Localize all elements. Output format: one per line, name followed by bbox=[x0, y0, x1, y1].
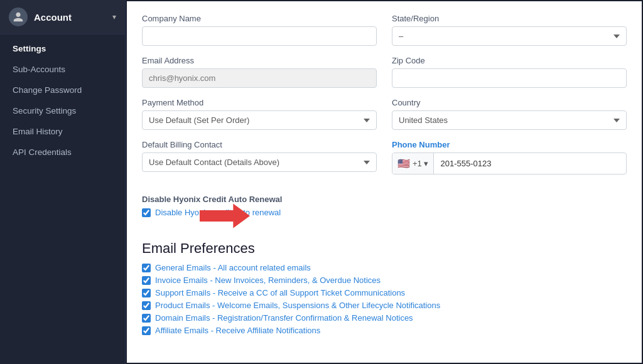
main-wrapper: Company Name State/Region – Email Addres… bbox=[126, 0, 643, 364]
company-name-group: Company Name bbox=[142, 14, 377, 46]
email-pref-product-checkbox[interactable] bbox=[142, 301, 151, 310]
default-billing-select[interactable]: Use Default Contact (Details Above) bbox=[142, 153, 377, 172]
sidebar-nav: Settings Sub-Accounts Change Password Se… bbox=[0, 35, 125, 166]
email-pref-product-row: Product Emails - Welcome Emails, Suspens… bbox=[142, 301, 627, 310]
auto-renewal-checkbox[interactable] bbox=[142, 208, 151, 217]
default-billing-label: Default Billing Contact bbox=[142, 140, 377, 149]
email-preferences-section: Email Preferences General Emails - All a… bbox=[142, 240, 627, 338]
state-region-group: State/Region – bbox=[392, 14, 627, 46]
email-pref-affiliate-checkbox[interactable] bbox=[142, 326, 151, 335]
sidebar-account-title: Account bbox=[34, 12, 106, 23]
phone-number-input[interactable] bbox=[434, 154, 626, 173]
country-group: Country United States bbox=[392, 98, 627, 130]
email-pref-domain-row: Domain Emails - Registration/Transfer Co… bbox=[142, 313, 627, 323]
default-billing-group: Default Billing Contact Use Default Cont… bbox=[142, 140, 377, 174]
auto-renewal-section-title: Disable Hyonix Credit Auto Renewal bbox=[142, 195, 627, 204]
auto-renewal-checkbox-row: Disable Hyonix credit auto renewal bbox=[142, 208, 627, 217]
company-name-input[interactable] bbox=[142, 26, 377, 46]
email-pref-product-label[interactable]: Product Emails - Welcome Emails, Suspens… bbox=[155, 301, 440, 310]
sidebar-header[interactable]: Account ▾ bbox=[0, 0, 125, 35]
flag-emoji: 🇺🇸 bbox=[397, 158, 410, 169]
email-pref-general-label[interactable]: General Emails - All account related ema… bbox=[155, 263, 311, 272]
zip-code-input[interactable] bbox=[392, 68, 627, 88]
sidebar-item-change-password[interactable]: Change Password bbox=[0, 80, 125, 100]
sidebar-item-sub-accounts[interactable]: Sub-Accounts bbox=[0, 59, 125, 80]
email-pref-support-row: Support Emails - Receive a CC of all Sup… bbox=[142, 288, 627, 297]
sidebar: Account ▾ Settings Sub-Accounts Change P… bbox=[0, 0, 126, 364]
sidebar-item-security-settings[interactable]: Security Settings bbox=[0, 100, 125, 121]
email-preferences-title: Email Preferences bbox=[142, 240, 627, 257]
zip-code-group: Zip Code bbox=[392, 56, 627, 88]
avatar bbox=[9, 8, 28, 26]
company-name-label: Company Name bbox=[142, 14, 377, 23]
state-region-select[interactable]: – bbox=[392, 26, 627, 46]
email-pref-general-checkbox[interactable] bbox=[142, 264, 151, 272]
email-pref-support-label[interactable]: Support Emails - Receive a CC of all Sup… bbox=[155, 288, 405, 297]
sidebar-item-email-history[interactable]: Email History bbox=[0, 121, 125, 142]
zip-code-label: Zip Code bbox=[392, 56, 627, 65]
email-pref-invoice-checkbox[interactable] bbox=[142, 276, 151, 285]
payment-method-group: Payment Method Use Default (Set Per Orde… bbox=[142, 98, 377, 130]
email-pref-support-checkbox[interactable] bbox=[142, 289, 151, 297]
form-grid: Company Name State/Region – Email Addres… bbox=[142, 14, 627, 338]
payment-method-label: Payment Method bbox=[142, 98, 377, 107]
email-address-label: Email Address bbox=[142, 56, 377, 65]
email-pref-affiliate-row: Affiliate Emails - Receive Affiliate Not… bbox=[142, 326, 627, 335]
chevron-down-icon: ▾ bbox=[112, 13, 116, 21]
email-pref-affiliate-label[interactable]: Affiliate Emails - Receive Affiliate Not… bbox=[155, 326, 320, 335]
auto-renewal-section: Disable Hyonix Credit Auto Renewal Disab… bbox=[142, 195, 627, 220]
phone-input-wrapper: 🇺🇸 +1 ▾ bbox=[392, 153, 627, 174]
sidebar-item-api-credentials[interactable]: API Credentials bbox=[0, 142, 125, 163]
phone-code: +1 ▾ bbox=[413, 159, 428, 168]
country-select[interactable]: United States bbox=[392, 110, 627, 130]
email-address-input[interactable] bbox=[142, 68, 377, 88]
country-label: Country bbox=[392, 98, 627, 107]
email-pref-invoice-row: Invoice Emails - New Invoices, Reminders… bbox=[142, 276, 627, 285]
email-pref-domain-checkbox[interactable] bbox=[142, 314, 151, 323]
main-content: Company Name State/Region – Email Addres… bbox=[126, 0, 643, 364]
auto-renewal-checkbox-label[interactable]: Disable Hyonix credit auto renewal bbox=[155, 208, 281, 217]
email-pref-invoice-label[interactable]: Invoice Emails - New Invoices, Reminders… bbox=[155, 276, 381, 285]
state-region-label: State/Region bbox=[392, 14, 627, 23]
email-pref-domain-label[interactable]: Domain Emails - Registration/Transfer Co… bbox=[155, 313, 413, 323]
payment-method-select[interactable]: Use Default (Set Per Order) bbox=[142, 110, 377, 130]
phone-number-label: Phone Number bbox=[392, 140, 627, 149]
email-address-group: Email Address bbox=[142, 56, 377, 88]
phone-flag-selector[interactable]: 🇺🇸 +1 ▾ bbox=[392, 153, 434, 174]
email-pref-general-row: General Emails - All account related ema… bbox=[142, 263, 627, 272]
phone-number-group: Phone Number 🇺🇸 +1 ▾ bbox=[392, 140, 627, 174]
sidebar-item-settings[interactable]: Settings bbox=[0, 38, 125, 59]
